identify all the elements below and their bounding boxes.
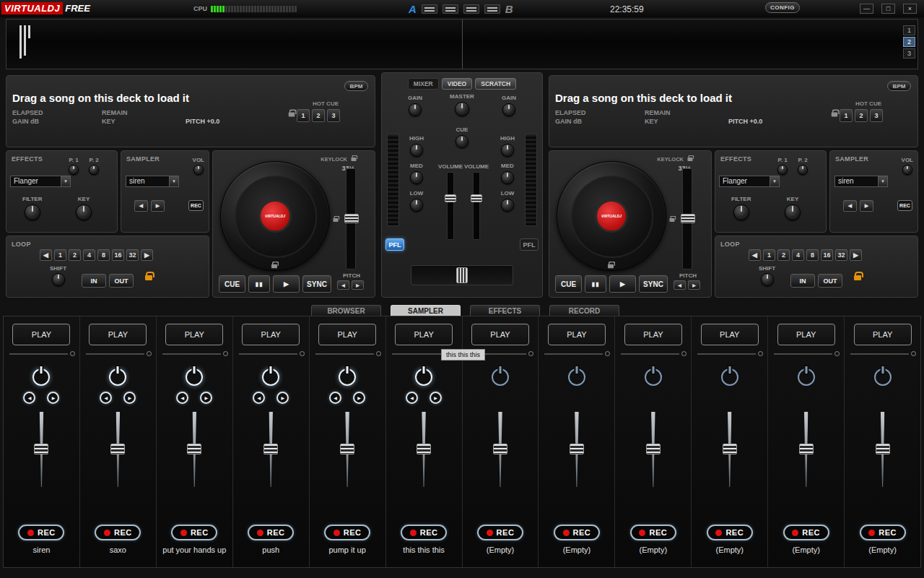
sample-next-icon[interactable]: ▶ [276, 392, 289, 404]
sample-volume-fader[interactable] [263, 412, 278, 487]
power-icon[interactable] [492, 368, 509, 386]
waveform-display[interactable]: 1 2 3 [6, 19, 918, 69]
sample-volume-fader[interactable] [493, 412, 507, 487]
tab-mixer[interactable]: MIXER [408, 78, 439, 90]
fader-handle[interactable] [646, 444, 661, 454]
sample-prev-icon[interactable]: ◀ [329, 392, 341, 404]
jog-lock-icon[interactable] [271, 264, 277, 269]
shift-knob[interactable] [761, 273, 774, 286]
p1-knob[interactable] [777, 165, 788, 175]
close-button[interactable]: × [903, 4, 917, 14]
effect-select[interactable]: Flanger ▼ [10, 176, 71, 187]
sample-volume-fader[interactable] [34, 412, 48, 487]
gain-knob-right[interactable] [502, 103, 515, 116]
pitch-lock-icon[interactable] [670, 218, 675, 222]
sampler-rec-button[interactable]: REC [188, 200, 204, 211]
power-icon[interactable] [32, 368, 50, 386]
volume-fader-right[interactable] [473, 172, 480, 240]
pitch-slider-handle[interactable] [344, 214, 359, 223]
med-knob-right[interactable] [501, 171, 514, 184]
pfl-left-button[interactable]: PFL [385, 238, 404, 251]
effect-select[interactable]: Flanger ▼ [719, 176, 780, 187]
sample-rec-button[interactable]: REC [554, 525, 600, 540]
fader-handle[interactable] [876, 444, 890, 454]
sample-prev-icon[interactable]: ◀ [176, 392, 188, 404]
gain-knob-left[interactable] [409, 103, 422, 116]
sample-volume-fader[interactable] [799, 412, 814, 487]
loop-double-button[interactable]: ▶ [141, 249, 153, 261]
zoom-3-button[interactable]: 3 [903, 48, 915, 59]
fader-handle[interactable] [34, 444, 48, 454]
loop-32-button[interactable]: 32 [835, 249, 847, 261]
crossfader-handle[interactable] [456, 267, 468, 283]
power-icon[interactable] [568, 368, 585, 386]
play-button[interactable]: ▶ [609, 275, 636, 293]
hot-cue-3-button[interactable]: 3 [870, 109, 883, 122]
sample-volume-fader[interactable] [723, 412, 737, 487]
sampler-play-button[interactable]: PLAY [854, 324, 912, 345]
tab-record[interactable]: RECORD [549, 305, 619, 316]
sample-next-icon[interactable]: ▶ [123, 392, 136, 404]
sampler-play-button[interactable]: PLAY [395, 324, 453, 345]
cue-button[interactable]: CUE [219, 275, 245, 293]
p2-knob[interactable] [89, 165, 99, 175]
bpm-button[interactable]: BPM [344, 81, 368, 91]
filter-knob[interactable] [25, 204, 40, 220]
loop-16-button[interactable]: 16 [821, 249, 833, 261]
sample-rec-button[interactable]: REC [324, 525, 370, 540]
cue-knob[interactable] [456, 135, 468, 148]
sample-volume-fader[interactable] [876, 412, 890, 487]
key-knob[interactable] [76, 204, 92, 220]
sampler-play-button[interactable]: PLAY [12, 324, 70, 345]
sample-prev-icon[interactable]: ◀ [100, 392, 112, 404]
hot-cue-1-button[interactable]: 1 [297, 109, 310, 122]
hot-cue-2-button[interactable]: 2 [855, 109, 868, 122]
waveview-button[interactable] [463, 4, 479, 14]
loop-half-button[interactable]: ◀ [40, 249, 52, 261]
sample-next-icon[interactable]: ▶ [353, 392, 365, 404]
hot-cue-lock-icon[interactable] [832, 113, 838, 117]
sample-next-icon[interactable]: ▶ [430, 392, 442, 404]
loop-16-button[interactable]: 16 [112, 249, 124, 261]
crossfader[interactable] [411, 265, 513, 285]
pitch-bend-minus-button[interactable]: ◀ [674, 280, 686, 290]
sample-rec-button[interactable]: REC [248, 525, 294, 540]
tab-sampler[interactable]: SAMPLER [391, 305, 461, 316]
fader-handle[interactable] [187, 444, 201, 454]
cue-button[interactable]: CUE [555, 275, 582, 293]
loop-1-button[interactable]: 1 [763, 249, 775, 261]
waveview-button[interactable] [422, 4, 437, 14]
pitch-bend-minus-button[interactable]: ◀ [337, 280, 349, 290]
sample-volume-fader[interactable] [187, 412, 201, 487]
sampler-play-button[interactable]: PLAY [242, 324, 300, 345]
power-icon[interactable] [721, 368, 738, 386]
pitch-bend-plus-button[interactable]: ▶ [352, 280, 364, 290]
sample-rec-button[interactable]: REC [707, 525, 753, 540]
low-knob-left[interactable] [410, 199, 423, 212]
tab-scratch[interactable]: SCRATCH [475, 78, 516, 90]
sample-prev-icon[interactable]: ◀ [406, 392, 418, 404]
shift-knob[interactable] [52, 273, 65, 286]
high-knob-left[interactable] [410, 144, 423, 157]
loop-8-button[interactable]: 8 [97, 249, 110, 261]
keylock-control[interactable]: KEYLOCK [321, 156, 357, 163]
maximize-button[interactable]: □ [881, 4, 895, 14]
loop-4-button[interactable]: 4 [792, 249, 804, 261]
zoom-1-button[interactable]: 1 [903, 25, 915, 35]
sampler-play-button[interactable]: PLAY [548, 324, 606, 345]
loop-double-button[interactable]: ▶ [850, 249, 862, 261]
power-icon[interactable] [339, 368, 356, 386]
minimize-button[interactable]: — [860, 4, 873, 14]
loop-2-button[interactable]: 2 [777, 249, 790, 261]
sampler-vol-knob[interactable] [193, 165, 204, 175]
sample-volume-fader[interactable] [417, 412, 431, 487]
p2-knob[interactable] [798, 165, 808, 175]
sampler-next-button[interactable]: ▶ [151, 200, 165, 212]
fader-handle[interactable] [493, 444, 507, 454]
volume-fader-right-handle[interactable] [471, 194, 482, 202]
bpm-button[interactable]: BPM [887, 81, 911, 91]
loop-out-button[interactable]: OUT [818, 274, 842, 288]
power-icon[interactable] [645, 368, 662, 386]
pause-button[interactable]: ▮▮ [248, 275, 270, 293]
fader-handle[interactable] [340, 444, 354, 454]
